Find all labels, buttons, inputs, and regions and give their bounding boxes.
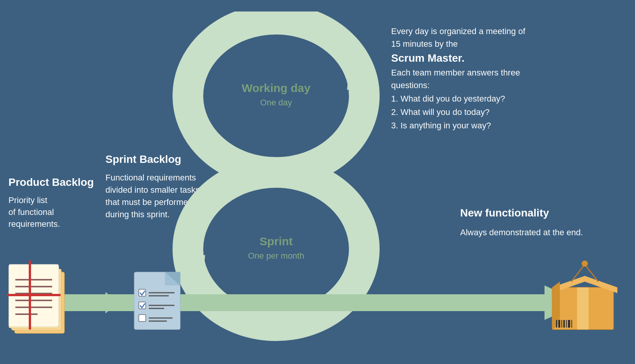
svg-text:Working day: Working day <box>242 82 311 94</box>
small-arrow-1 <box>77 291 119 314</box>
svg-rect-31 <box>139 315 146 321</box>
daily-scrum-text: Every day is organized a meeting of 15 m… <box>391 25 537 92</box>
svg-rect-44 <box>571 320 572 328</box>
product-backlog-desc: Priority list of functional requirements… <box>8 195 60 230</box>
svg-rect-42 <box>566 320 567 328</box>
svg-text:One day: One day <box>260 98 292 107</box>
new-functionality-icon <box>548 261 621 333</box>
svg-rect-43 <box>568 320 570 328</box>
product-backlog-title: Product Backlog <box>8 176 94 189</box>
new-functionality-title: New functionality <box>460 207 549 219</box>
svg-point-0 <box>188 19 364 172</box>
svg-point-47 <box>582 261 588 267</box>
svg-text:Sprint: Sprint <box>260 235 293 248</box>
svg-rect-38 <box>556 320 557 328</box>
svg-rect-41 <box>563 320 565 328</box>
svg-rect-39 <box>558 320 560 328</box>
sprint-backlog-icon <box>130 261 192 337</box>
svg-marker-9 <box>77 292 119 313</box>
svg-rect-37 <box>577 287 589 330</box>
product-backlog-icon <box>7 261 72 337</box>
main-container: Product Backlog Priority list of functio… <box>0 0 635 364</box>
daily-scrum-questions: 1. What did you do yesterday? 2. What wi… <box>391 92 505 133</box>
svg-text:One per month: One per month <box>248 251 304 261</box>
svg-rect-40 <box>561 320 562 328</box>
new-functionality-desc: Always demonstrated at the end. <box>460 227 583 239</box>
